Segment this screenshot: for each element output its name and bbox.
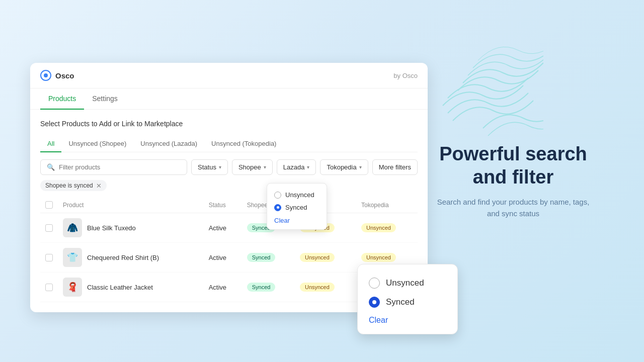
- lazada-status-2: Unsynced: [300, 283, 335, 292]
- shopee-filter-dropdown-small: Unsynced Synced Clear: [267, 183, 327, 230]
- tokopedia-status-1: Unsynced: [361, 253, 396, 262]
- row-checkbox-0[interactable]: [45, 224, 53, 232]
- product-name-1: Chequered Red Shirt (B): [87, 254, 159, 261]
- clear-button-large[interactable]: Clear: [369, 315, 446, 325]
- product-name-0: Blue Silk Tuxedo: [87, 224, 136, 232]
- filter-tag-label: Shopee is synced: [45, 182, 93, 189]
- option-synced-small[interactable]: Synced: [274, 201, 319, 214]
- app-logo: Osco: [40, 70, 74, 81]
- nav-tab-settings[interactable]: Settings: [84, 88, 126, 110]
- logo-text: Osco: [55, 71, 74, 80]
- table-row: 🧥 Blue Silk Tuxedo Active Synced Unsynce…: [40, 213, 418, 243]
- tokopedia-filter-button[interactable]: Tokopedia ▾: [320, 159, 368, 175]
- search-icon: 🔍: [47, 163, 55, 171]
- select-all-checkbox[interactable]: [45, 201, 53, 209]
- more-filters-button[interactable]: More filters: [372, 159, 418, 175]
- right-panel-subtext: Search and find your products by name, t…: [433, 197, 594, 219]
- app-nav: Products Settings: [30, 88, 428, 110]
- section-title: Select Products to Add or Link to Market…: [40, 120, 418, 128]
- filter-tab-tokopedia[interactable]: Unsynced (Tokopedia): [204, 136, 283, 152]
- search-input[interactable]: [59, 163, 181, 171]
- filter-tabs: All Unsynced (Shopee) Unsynced (Lazada) …: [40, 136, 418, 152]
- tokopedia-status-0: Unsynced: [361, 223, 396, 232]
- row-checkbox-1[interactable]: [45, 254, 53, 261]
- option-synced-label-small: Synced: [285, 204, 307, 211]
- tokopedia-chevron-icon: ▾: [359, 164, 362, 170]
- right-panel: Powerful search and filter Search and fi…: [433, 143, 594, 219]
- by-osco-label: by Osco: [393, 72, 418, 79]
- shopee-status-1: Synced: [247, 253, 276, 262]
- col-header-product: Product: [58, 197, 204, 213]
- clear-button-small[interactable]: Clear: [274, 216, 319, 224]
- option-synced-label-large: Synced: [386, 297, 415, 307]
- filter-tab-lazada[interactable]: Unsynced (Lazada): [133, 136, 204, 152]
- shopee-filter-dropdown-large: Unsynced Synced Clear: [357, 264, 458, 334]
- filter-tab-all[interactable]: All: [40, 136, 61, 152]
- option-unsynced-label-large: Unsynced: [386, 278, 424, 288]
- active-filters: Shopee is synced ✕: [40, 180, 418, 191]
- col-header-status: Status: [204, 197, 242, 213]
- option-unsynced-small[interactable]: Unsynced: [274, 189, 319, 201]
- radio-synced-large: [369, 297, 380, 308]
- status-chevron-icon: ▾: [219, 164, 221, 170]
- shopee-synced-filter-tag: Shopee is synced ✕: [40, 180, 107, 191]
- radio-unsynced-large: [369, 278, 380, 289]
- option-synced-large[interactable]: Synced: [369, 293, 446, 312]
- lazada-status-1: Unsynced: [300, 253, 335, 262]
- product-thumb-1: 👕: [63, 248, 82, 267]
- col-header-tokopedia: Tokopedia: [356, 197, 418, 213]
- radio-unsynced-small: [274, 192, 281, 199]
- product-status-0: Active: [204, 213, 242, 243]
- logo-icon: [40, 70, 51, 81]
- status-filter-button[interactable]: Status ▾: [191, 159, 228, 175]
- radio-synced-small: [274, 204, 281, 211]
- shopee-filter-button[interactable]: Shopee ▾: [232, 159, 273, 175]
- product-thumb-0: 🧥: [63, 218, 82, 237]
- product-status-1: Active: [204, 243, 242, 273]
- toolbar-row: 🔍 Status ▾ Shopee ▾ Lazada ▾ Tokopedia ▾…: [40, 159, 418, 175]
- shopee-chevron-icon: ▾: [264, 164, 266, 170]
- filter-tab-shopee[interactable]: Unsynced (Shopee): [61, 136, 133, 152]
- product-thumb-2: 🧣: [63, 278, 82, 297]
- search-box: 🔍: [40, 159, 187, 175]
- option-unsynced-label-small: Unsynced: [285, 191, 314, 199]
- shopee-status-2: Synced: [247, 283, 276, 292]
- wave-decoration: [433, 30, 543, 141]
- product-name-2: Classic Leather Jacket: [87, 284, 153, 291]
- row-checkbox-2[interactable]: [45, 284, 53, 291]
- lazada-filter-button[interactable]: Lazada ▾: [277, 159, 316, 175]
- lazada-chevron-icon: ▾: [307, 164, 309, 170]
- filter-tag-close-icon[interactable]: ✕: [96, 183, 102, 189]
- product-status-2: Active: [204, 273, 242, 302]
- app-header: Osco by Osco: [30, 63, 428, 88]
- option-unsynced-large[interactable]: Unsynced: [369, 274, 446, 293]
- right-panel-headline: Powerful search and filter: [433, 143, 594, 189]
- nav-tab-products[interactable]: Products: [40, 88, 84, 110]
